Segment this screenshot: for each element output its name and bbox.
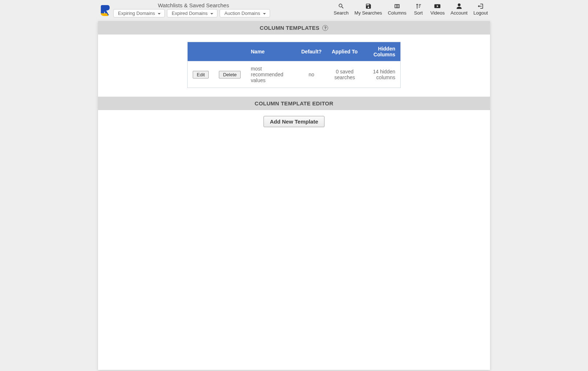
nav-label: Logout <box>473 10 488 16</box>
video-icon <box>434 3 441 9</box>
nav-label: Sort <box>414 10 423 16</box>
cell-default: no <box>296 61 327 88</box>
nav-icons: Search My Searches Columns Sort Videos A… <box>331 1 490 16</box>
nav-my-searches[interactable]: My Searches <box>352 3 384 16</box>
nav-label: Columns <box>388 10 406 16</box>
expired-domains-select[interactable]: Expired Domains <box>167 9 217 17</box>
nav-label: Account <box>450 10 467 16</box>
columns-icon <box>394 3 400 9</box>
col-hidden-header: Hidden Columns <box>363 42 400 61</box>
table-row: Edit Delete most recommended values no 0… <box>188 61 401 88</box>
account-icon <box>456 3 462 9</box>
nav-label: Search <box>334 10 348 16</box>
col-delete-header <box>214 42 246 61</box>
help-icon[interactable]: ? <box>322 25 328 31</box>
add-new-template-button[interactable]: Add New Template <box>264 116 324 127</box>
nav-sort[interactable]: Sort <box>410 3 427 16</box>
delete-button[interactable]: Delete <box>219 71 241 78</box>
nav-account[interactable]: Account <box>448 3 470 16</box>
save-icon <box>365 3 372 9</box>
section-title: COLUMN TEMPLATE EDITOR <box>255 100 334 106</box>
watchlists-block: Watchlists & Saved Searches Expiring Dom… <box>113 2 270 17</box>
col-name-header: Name <box>246 42 296 61</box>
brand-logo[interactable] <box>99 4 110 17</box>
nav-label: Videos <box>430 10 445 16</box>
col-default-header: Default? <box>296 42 327 61</box>
col-edit-header <box>188 42 214 61</box>
nav-videos[interactable]: Videos <box>428 3 447 16</box>
edit-button[interactable]: Edit <box>193 71 209 78</box>
watchlists-title: Watchlists & Saved Searches <box>113 2 270 8</box>
nav-columns[interactable]: Columns <box>385 3 408 16</box>
search-icon <box>338 3 344 9</box>
top-navigation: Watchlists & Saved Searches Expiring Dom… <box>98 0 490 20</box>
nav-search[interactable]: Search <box>331 3 351 16</box>
cell-hidden: 14 hidden columns <box>363 61 400 88</box>
cell-applied: 0 saved searches <box>327 61 363 88</box>
templates-table: Name Default? Applied To Hidden Columns … <box>187 42 401 88</box>
nav-label: My Searches <box>355 10 382 16</box>
cell-name: most recommended values <box>246 61 296 88</box>
expiring-domains-select[interactable]: Expiring Domains <box>113 9 165 17</box>
nav-logout[interactable]: Logout <box>471 3 490 16</box>
auction-domains-select[interactable]: Auction Domains <box>220 9 270 17</box>
column-templates-header: COLUMN TEMPLATES ? <box>98 21 490 35</box>
logout-icon <box>477 3 484 9</box>
section-title: COLUMN TEMPLATES <box>260 25 320 31</box>
editor-area: Add New Template <box>98 110 490 133</box>
sort-icon <box>415 3 422 9</box>
main-panel: COLUMN TEMPLATES ? Name Default? Applied… <box>98 21 490 370</box>
template-editor-header: COLUMN TEMPLATE EDITOR <box>98 97 490 110</box>
col-applied-header: Applied To <box>327 42 363 61</box>
